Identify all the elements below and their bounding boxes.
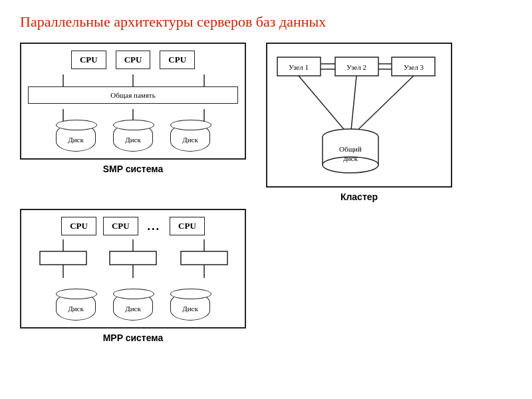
cluster-svg: Узел 1 Узел 2 Узел 3 — [274, 51, 440, 177]
smp-cpu-2: CPU — [116, 51, 151, 69]
smp-caption: SMP система — [20, 164, 246, 174]
mpp-caption: MPP система — [20, 332, 246, 343]
mpp-disk-1: Диск — [52, 293, 100, 321]
mpp-cpu-3: CPU — [170, 217, 205, 235]
mpp-diagram-wrapper: CPU CPU ... CPU — [20, 209, 246, 343]
cluster-diagram-box: Узел 1 Узел 2 Узел 3 — [266, 43, 452, 188]
smp-cpu-1: CPU — [71, 51, 106, 69]
svg-text:Общий: Общий — [339, 145, 362, 153]
smp-cpu-row: CPU CPU CPU — [28, 51, 238, 69]
svg-text:Узел 2: Узел 2 — [346, 63, 366, 71]
smp-disk-3: Диск — [166, 124, 214, 152]
mpp-dots: ... — [145, 219, 164, 233]
smp-disk-2: Диск — [109, 124, 157, 152]
smp-disk-1: Диск — [52, 124, 100, 152]
svg-line-18 — [350, 76, 414, 137]
svg-rect-31 — [181, 251, 227, 265]
smp-diagram-wrapper: CPU CPU CPU Общая память — [20, 43, 246, 202]
mpp-disk-row: Диск Диск Диск — [28, 293, 238, 321]
svg-text:Узел 1: Узел 1 — [289, 63, 309, 71]
cluster-diagram-wrapper: Узел 1 Узел 2 Узел 3 — [266, 43, 452, 202]
page: Параллельные архитектуры серверов баз да… — [0, 0, 532, 399]
smp-cpu-3: CPU — [160, 51, 195, 69]
svg-line-16 — [299, 76, 350, 137]
mpp-cpu-row: CPU CPU ... CPU — [28, 217, 238, 235]
diagrams-bottom-row: CPU CPU ... CPU — [20, 209, 512, 343]
smp-disk-row: Диск Диск Диск — [28, 124, 238, 152]
smp-diagram-box: CPU CPU CPU Общая память — [20, 43, 246, 160]
smp-cpu-to-mem-lines — [30, 74, 236, 86]
svg-rect-30 — [110, 251, 156, 265]
mpp-cpu-1: CPU — [61, 217, 96, 235]
page-title: Параллельные архитектуры серверов баз да… — [20, 13, 512, 31]
svg-text:Узел 3: Узел 3 — [404, 63, 424, 71]
svg-rect-29 — [40, 251, 86, 265]
mpp-diagram-box: CPU CPU ... CPU — [20, 209, 246, 329]
mpp-disk-2: Диск — [109, 293, 157, 321]
smp-shared-mem: Общая память — [28, 86, 238, 104]
cluster-caption: Кластер — [266, 192, 452, 202]
mpp-cpu-2: CPU — [103, 217, 138, 235]
svg-line-17 — [350, 76, 356, 137]
svg-text:диск: диск — [343, 154, 358, 162]
mpp-disk-3: Диск — [166, 293, 214, 321]
diagrams-top-row: CPU CPU CPU Общая память — [20, 43, 512, 202]
